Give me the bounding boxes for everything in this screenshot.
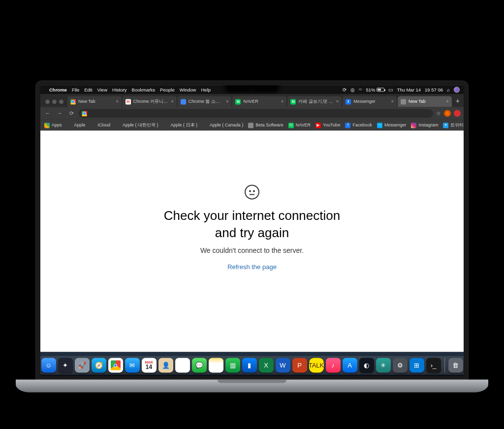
dock-terminal[interactable]: ›_ [426,358,441,372]
bookmark--[interactable]: ✦트위터 [443,122,464,128]
dock-excel[interactable]: X [259,358,274,372]
dock-compass[interactable]: ✦ [58,358,73,372]
menubar-time[interactable]: 19 57 06 [425,87,443,92]
status-battery[interactable]: 51% [366,87,384,92]
dock-numbers[interactable]: ▥ [225,358,240,372]
bookmark-messenger[interactable]: ~Messenger [377,123,407,128]
tab-favicon: M [126,99,131,104]
bookmark-naver[interactable]: NNAVER [288,123,311,128]
tab-close-icon[interactable]: × [226,99,228,104]
siri-icon[interactable] [454,87,460,92]
bookmark-apple-[interactable]: Apple ( 대한민국 ) [115,122,158,128]
page-content: Check your internet connection and try a… [40,130,464,352]
bookmark-apple-[interactable]: Apple ( 日本 ) [163,122,198,128]
dock-chrome[interactable] [108,358,123,372]
tab-1[interactable]: M Chrome 커뮤니티 - ?… × [123,96,177,107]
tab-favicon [181,99,186,104]
bookmark-icon [44,123,50,128]
bookmark-star-icon[interactable]: ☆ [436,110,441,117]
dock-word[interactable]: W [276,358,290,372]
extension-icon-2[interactable] [454,110,461,117]
dock-mail[interactable]: ✉ [125,358,140,372]
forward-button[interactable]: → [55,110,64,116]
dock-launchpad[interactable]: 🚀 [75,358,90,372]
window-controls [42,99,67,107]
tab-close-icon[interactable]: × [446,99,449,104]
window-close[interactable] [45,99,50,104]
dock-safari[interactable]: 🧭 [92,358,106,372]
bookmark-icloud[interactable]: iCloud [91,123,111,128]
dock-steam[interactable]: ◐ [359,358,374,372]
tab-close-icon[interactable]: × [336,99,339,104]
tab-4[interactable]: N 카페 글쓰기,댓 쓰는 사람… × [287,96,342,107]
tab-close-icon[interactable]: × [281,99,284,104]
menu-view[interactable]: View [97,87,107,92]
menu-window[interactable]: Window [180,87,196,92]
bookmark-icon [91,123,96,128]
bookmark-icon [67,123,72,128]
bookmark-instagram[interactable]: Instagram [411,123,438,128]
dock-photos[interactable]: ✿ [175,358,190,372]
dock-notes[interactable]: ✎ [209,358,223,372]
tab-close-icon[interactable]: × [391,99,394,104]
bookmark-apple[interactable]: Apple [67,123,86,128]
bookmark-youtube[interactable]: ▶YouTube [315,123,340,128]
menu-bookmarks[interactable]: Bookmarks [132,87,156,92]
dock-powerpoint[interactable]: P [292,358,307,372]
bookmark-label: Apps [52,123,62,127]
bookmark-icon [411,123,416,128]
dock-appstore[interactable]: A [343,358,357,372]
tab-label: New Tab [409,99,444,104]
dock-finder[interactable]: ☺ [41,358,56,372]
status-wifi-icon[interactable]: ⌔ [359,87,362,92]
neutral-face-icon [245,184,259,199]
refresh-link[interactable]: Refresh the page [227,264,277,271]
dock-music[interactable]: ♪ [326,358,341,372]
back-button[interactable]: ← [43,110,52,116]
bookmark-facebook[interactable]: fFacebook [345,123,372,128]
dock-preferences[interactable]: ⚙ [393,358,408,372]
tab-close-icon[interactable]: × [171,99,173,104]
dock-atom[interactable]: ✳ [376,358,391,372]
tab-0[interactable]: New Tab × [67,96,122,107]
dock-keynote[interactable]: ▮ [242,358,257,372]
bookmark-label: NAVER [296,123,311,127]
menu-edit[interactable]: Edit [84,87,92,92]
window-zoom[interactable] [59,99,63,104]
dock-windows[interactable]: ⊞ [410,358,424,372]
tab-5[interactable]: f Messenger × [343,96,397,107]
dock-trash[interactable]: 🗑 [448,358,463,372]
bookmark-apps[interactable]: Apps [44,123,62,128]
dock-calendar[interactable]: MAR14 [142,358,157,372]
bookmark-icon [248,123,253,128]
status-sync-icon[interactable]: ⟳ [343,87,346,92]
spotlight-icon[interactable]: ⌕ [447,87,450,92]
menubar-appname[interactable]: Chrome [49,87,67,92]
bookmark-label: Messenger [384,123,407,127]
window-minimize[interactable] [52,99,57,104]
bookmark-apple-canada-[interactable]: Apple ( Canada ) [202,123,243,128]
tab-3[interactable]: N NAVER × [232,96,286,107]
dock-kakaotalk[interactable]: TALK [309,358,324,372]
status-airdrop-icon[interactable]: ◎ [350,87,355,92]
menubar-date[interactable]: Thu Mar 14 [397,87,421,92]
new-tab-button[interactable]: + [453,97,464,107]
battery-icon [377,88,384,92]
status-screen-icon[interactable]: ▭ [388,87,393,92]
menu-help[interactable]: Help [201,87,211,92]
menu-people[interactable]: People [160,87,175,92]
tab-favicon [70,99,76,104]
tab-close-icon[interactable]: × [116,99,119,104]
menu-file[interactable]: File [72,87,79,92]
tab-2[interactable]: Chrome 웹 스토어 - I… × [178,96,232,107]
dock-separator [444,358,445,372]
tab-label: NAVER [243,99,279,104]
reload-button[interactable]: ⟳ [67,110,76,117]
dock-contacts[interactable]: 👤 [158,358,173,372]
extension-icon-1[interactable] [444,110,451,117]
bookmark-beta-software[interactable]: Beta Software [248,123,284,128]
menu-history[interactable]: History [112,87,127,92]
tab-6[interactable]: New Tab × [398,96,452,107]
omnibox[interactable] [79,109,433,118]
dock-messages[interactable]: 💬 [192,358,207,372]
